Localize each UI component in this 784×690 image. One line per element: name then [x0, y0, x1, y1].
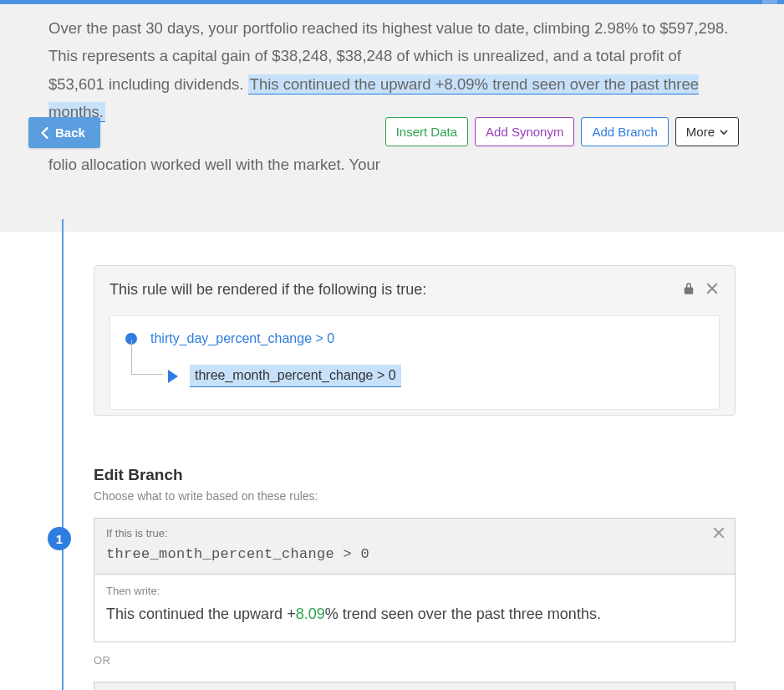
rule-card: This rule will be rendered if the follow… [94, 265, 736, 416]
play-icon [168, 370, 178, 383]
tree-connector [131, 340, 163, 375]
back-button[interactable]: Back [28, 117, 100, 148]
close-icon[interactable] [705, 281, 720, 296]
back-label: Back [55, 125, 85, 140]
narrative-paragraph-1: Over the past 30 days, your portfolio re… [48, 14, 736, 125]
rule-card-title: This rule will be rendered if the follow… [109, 281, 426, 299]
condition-selected[interactable]: three_month_percent_change > 0 [190, 365, 401, 387]
condition-row-2: three_month_percent_change > 0 [131, 365, 704, 387]
condition-tree: thirty_day_percent_change > 0 three_mont… [109, 315, 720, 410]
branch-then-section[interactable]: Then write: This continued the upward +8… [94, 575, 735, 641]
add-branch-button[interactable]: Add Branch [581, 117, 668, 146]
branch-if-section[interactable]: If this is true: three_month_percent_cha… [94, 682, 735, 690]
condition-link-1[interactable]: thirty_day_percent_change > 0 [150, 331, 334, 346]
toolbar: Insert Data Add Synonym Add Branch More [385, 117, 739, 146]
insert-data-button[interactable]: Insert Data [385, 117, 468, 146]
add-synonym-button[interactable]: Add Synonym [475, 117, 574, 146]
narrative-text-2: folio allocation worked well with the ma… [48, 156, 380, 173]
branch-card: 2 If this is true: three_month_percent_c… [94, 682, 736, 690]
if-label: If this is true: [106, 527, 723, 539]
then-value: 8.09 [296, 606, 325, 622]
narrative-paragraph-2: folio allocation worked well with the ma… [48, 151, 736, 178]
then-pre: This continued the upward + [106, 606, 296, 622]
close-icon[interactable] [711, 525, 726, 544]
branch-condition-code[interactable]: three_month_percent_change > 0 [106, 546, 723, 562]
edit-branch-subtitle: Choose what to write based on these rule… [94, 489, 736, 503]
more-button[interactable]: More [675, 117, 739, 146]
chevron-down-icon [720, 128, 728, 136]
timeline-line [62, 219, 64, 690]
condition-row-1: thirty_day_percent_change > 0 [125, 331, 704, 346]
more-label: More [686, 125, 715, 138]
then-label: Then write: [106, 585, 723, 597]
chevron-left-icon [40, 127, 48, 139]
branch-then-text[interactable]: This continued the upward +8.09% trend s… [106, 606, 723, 623]
editor-main: This rule will be rendered if the follow… [0, 232, 784, 690]
branch-number-badge: 1 [48, 527, 71, 550]
branch-if-section[interactable]: If this is true: three_month_percent_cha… [94, 519, 735, 575]
edit-branch-title: Edit Branch [94, 466, 736, 484]
then-post: % trend seen over the past three months. [325, 606, 601, 622]
edit-branch-header: Edit Branch Choose what to write based o… [94, 466, 736, 503]
or-divider: OR [94, 654, 736, 667]
branch-card: 1 If this is true: three_month_percent_c… [94, 518, 736, 642]
lock-icon[interactable] [681, 281, 696, 296]
